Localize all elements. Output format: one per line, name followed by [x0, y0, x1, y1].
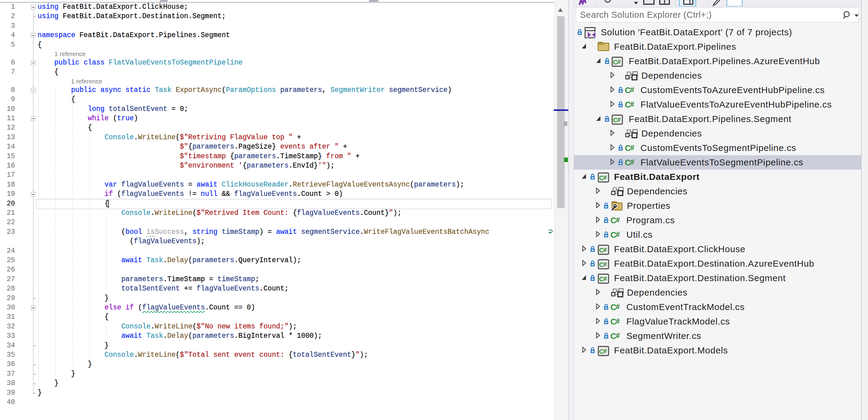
svg-text:#: #: [603, 348, 607, 354]
svg-text:#: #: [630, 100, 634, 108]
svg-text:#: #: [603, 247, 607, 253]
svg-text:#: #: [616, 230, 620, 238]
svg-text:#: #: [616, 216, 620, 224]
svg-text:#: #: [603, 174, 607, 181]
svg-text:#: #: [603, 261, 607, 268]
svg-text:#: #: [617, 116, 621, 123]
svg-text:#: #: [603, 275, 607, 282]
svg-text:#: #: [630, 158, 634, 166]
svg-text:#: #: [616, 332, 620, 340]
svg-text:#: #: [616, 317, 620, 325]
svg-text:#: #: [617, 58, 621, 65]
svg-text:#: #: [630, 86, 634, 94]
svg-text:#: #: [630, 144, 634, 151]
svg-text:#: #: [616, 303, 620, 311]
